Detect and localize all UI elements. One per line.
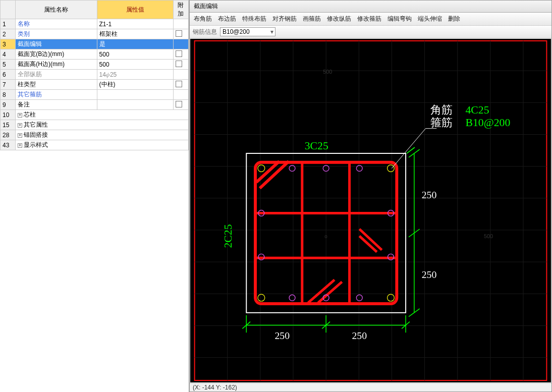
toolbar-button[interactable]: 画箍筋 xyxy=(303,15,321,23)
prop-name-cell[interactable]: 备注 xyxy=(16,100,97,110)
toolbar-button[interactable]: 修改纵筋 xyxy=(327,15,351,23)
prop-name-cell[interactable]: +芯柱 xyxy=(16,110,189,120)
prop-value-cell[interactable]: 框架柱 xyxy=(97,29,173,39)
legend1-lbl: 角筋 xyxy=(430,104,453,116)
expand-icon[interactable]: + xyxy=(18,113,22,118)
toolbar-button[interactable]: 对齐钢筋 xyxy=(272,15,297,23)
property-table: 属性名称 属性值 附加 1名称Z1-12类别框架柱3截面编辑是4截面宽(B边)(… xyxy=(0,0,189,150)
section-canvas[interactable]: 500 500 0 xyxy=(190,39,551,382)
svg-point-28 xyxy=(388,165,395,172)
header-name[interactable]: 属性名称 xyxy=(16,1,97,19)
prop-row[interactable]: 3截面编辑是 xyxy=(1,39,189,49)
svg-point-29 xyxy=(258,294,265,301)
prop-name-cell[interactable]: 类别 xyxy=(16,29,97,39)
row-number: 28 xyxy=(1,130,16,140)
prop-row[interactable]: 4截面宽(B边)(mm)500 xyxy=(1,49,189,60)
prop-row[interactable]: 1名称Z1-1 xyxy=(1,19,189,29)
dim-right: 250 250 xyxy=(407,147,436,317)
prop-addon-cell[interactable] xyxy=(173,19,188,29)
prop-addon-cell[interactable] xyxy=(173,29,188,39)
prop-name-cell[interactable]: 截面高(H边)(mm) xyxy=(16,60,97,70)
addon-checkbox[interactable] xyxy=(176,61,182,67)
row-number: 7 xyxy=(1,80,16,90)
prop-value-cell[interactable]: (中柱) xyxy=(97,80,173,90)
prop-addon-cell[interactable] xyxy=(173,39,188,49)
prop-addon-cell[interactable] xyxy=(173,90,188,100)
prop-row[interactable]: 2类别框架柱 xyxy=(1,29,189,39)
prop-name: 名称 xyxy=(18,20,30,27)
prop-addon-cell[interactable] xyxy=(173,70,188,80)
header-blank xyxy=(1,1,16,19)
row-number: 6 xyxy=(1,70,16,80)
prop-value-cell[interactable]: 14𝜙25 xyxy=(97,70,173,80)
prop-name-cell[interactable]: 截面宽(B边)(mm) xyxy=(16,49,97,60)
prop-name-cell[interactable]: 其它箍筋 xyxy=(16,90,97,100)
prop-row[interactable]: 5截面高(H边)(mm)500 xyxy=(1,60,189,70)
addon-checkbox[interactable] xyxy=(176,50,182,57)
row-number: 8 xyxy=(1,90,16,100)
row-number: 1 xyxy=(1,19,16,29)
prop-row[interactable]: 28+锚固搭接 xyxy=(1,130,189,140)
prop-row[interactable]: 7柱类型(中柱) xyxy=(1,80,189,90)
prop-row[interactable]: 43+显示样式 xyxy=(1,140,189,150)
header-addon[interactable]: 附加 xyxy=(173,1,188,19)
prop-name: 全部纵筋 xyxy=(18,71,42,78)
prop-value-cell[interactable]: 500 xyxy=(97,60,173,70)
expand-icon[interactable]: + xyxy=(18,133,22,138)
prop-name: 其它属性 xyxy=(24,121,48,128)
toolbar-button[interactable]: 布角筋 xyxy=(194,15,212,23)
prop-addon-cell[interactable] xyxy=(173,100,188,110)
prop-value-cell[interactable]: Z1-1 xyxy=(97,19,173,29)
prop-name-cell[interactable]: 截面编辑 xyxy=(16,39,97,49)
prop-name: 截面高(H边)(mm) xyxy=(18,61,65,68)
prop-addon-cell[interactable] xyxy=(173,60,188,70)
addon-checkbox[interactable] xyxy=(176,30,182,37)
dim-h2: 250 xyxy=(352,330,367,341)
prop-row[interactable]: 6全部纵筋14𝜙25 xyxy=(1,70,189,80)
label-left: 2C25 xyxy=(222,224,234,248)
svg-point-34 xyxy=(289,295,295,301)
prop-row[interactable]: 9备注 xyxy=(1,100,189,110)
toolbar-button[interactable]: 修改箍筋 xyxy=(357,15,381,23)
prop-name: 备注 xyxy=(18,101,30,108)
prop-name-cell[interactable]: +锚固搭接 xyxy=(16,130,189,140)
prop-value-cell[interactable]: 是 xyxy=(97,39,173,49)
toolbar-button[interactable]: 特殊布筋 xyxy=(242,15,266,23)
prop-name-cell[interactable]: 全部纵筋 xyxy=(16,70,97,80)
prop-addon-cell[interactable] xyxy=(173,80,188,90)
prop-name-cell[interactable]: 名称 xyxy=(16,19,97,29)
toolbar-rebar-info: 钢筋信息 B10@200 xyxy=(190,26,551,38)
prop-name-cell[interactable]: +其它属性 xyxy=(16,120,189,130)
prop-value-cell[interactable]: 500 xyxy=(97,49,173,60)
prop-row[interactable]: 8其它箍筋 xyxy=(1,90,189,100)
header-value[interactable]: 属性值 xyxy=(97,1,173,19)
row-number: 15 xyxy=(1,120,16,130)
row-number: 5 xyxy=(1,60,16,70)
property-panel: 属性名称 属性值 附加 1名称Z1-12类别框架柱3截面编辑是4截面宽(B边)(… xyxy=(0,0,189,392)
prop-row[interactable]: 10+芯柱 xyxy=(1,110,189,120)
prop-name: 其它箍筋 xyxy=(18,91,42,98)
prop-name-cell[interactable]: +显示样式 xyxy=(16,140,189,150)
expand-icon[interactable]: + xyxy=(18,123,22,128)
prop-name-cell[interactable]: 柱类型 xyxy=(16,80,97,90)
section-svg: 500 500 0 xyxy=(190,39,551,382)
row-number: 43 xyxy=(1,140,16,150)
row-number: 4 xyxy=(1,49,16,60)
legend2-val: B10@200 xyxy=(466,117,511,129)
toolbar-button[interactable]: 删除 xyxy=(448,15,460,23)
prop-value-cell[interactable] xyxy=(97,90,173,100)
toolbar-button[interactable]: 布边筋 xyxy=(218,15,236,23)
prop-name: 显示样式 xyxy=(24,141,48,148)
prop-name: 类别 xyxy=(18,30,30,37)
addon-checkbox[interactable] xyxy=(176,101,182,107)
toolbar-button[interactable]: 编辑弯钩 xyxy=(388,15,412,23)
prop-name: 截面编辑 xyxy=(18,40,42,47)
rebar-info-combo[interactable]: B10@200 xyxy=(220,27,275,36)
addon-checkbox[interactable] xyxy=(176,81,182,87)
prop-value-cell[interactable] xyxy=(97,100,173,110)
toolbar-button[interactable]: 端头伸缩 xyxy=(418,15,442,23)
expand-icon[interactable]: + xyxy=(18,143,22,148)
prop-row[interactable]: 15+其它属性 xyxy=(1,120,189,130)
prop-addon-cell[interactable] xyxy=(173,49,188,60)
prop-name: 柱类型 xyxy=(18,81,36,88)
